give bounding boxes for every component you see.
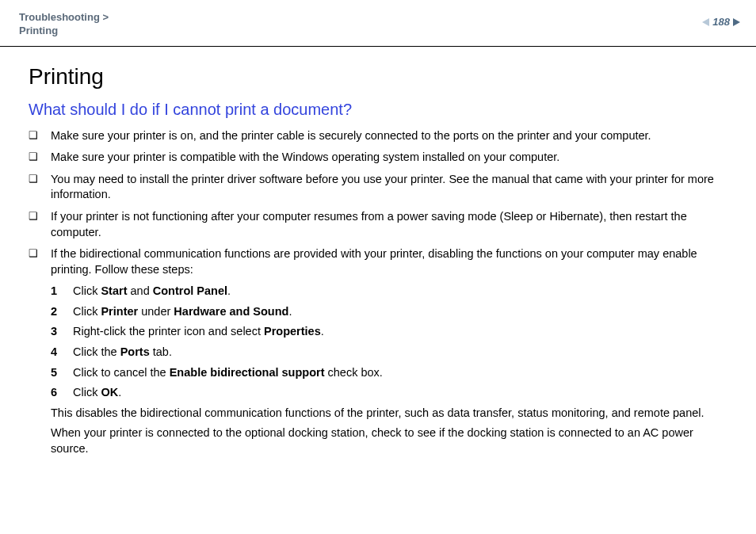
step-text: Right-click the printer icon and select … <box>73 324 324 340</box>
bullet-text: You may need to install the printer driv… <box>51 172 732 203</box>
breadcrumb-parent[interactable]: Troubleshooting > <box>19 11 109 25</box>
bullet-icon: ❑ <box>29 209 51 223</box>
content-area: Printing What should I do if I cannot pr… <box>0 47 756 457</box>
prev-page-icon[interactable] <box>702 18 709 26</box>
list-item: ❑Make sure your printer is compatible wi… <box>29 150 732 166</box>
list-item: ❑Make sure your printer is on, and the p… <box>29 128 732 144</box>
step-number: 3 <box>51 324 73 340</box>
step-number: 4 <box>51 345 73 360</box>
list-item: ❑You may need to install the printer dri… <box>29 172 732 203</box>
step-item: 3Right-click the printer icon and select… <box>51 324 732 340</box>
step-item: 6Click OK. <box>51 385 732 401</box>
paragraph: This disables the bidirectional communic… <box>51 406 732 421</box>
page-number: 188 <box>712 16 730 28</box>
step-text: Click Start and Control Panel. <box>73 284 231 299</box>
step-number: 1 <box>51 284 73 299</box>
page-header: Troubleshooting > Printing 188 <box>0 0 756 47</box>
step-number: 2 <box>51 304 73 320</box>
bullet-icon: ❑ <box>29 172 51 186</box>
step-text: Click the Ports tab. <box>73 345 172 360</box>
step-text: Click OK. <box>73 385 121 401</box>
list-item: ❑If your printer is not functioning afte… <box>29 209 732 240</box>
bullet-icon: ❑ <box>29 128 51 143</box>
paragraph: When your printer is connected to the op… <box>51 425 732 456</box>
bullet-icon: ❑ <box>29 150 51 164</box>
step-list: 1Click Start and Control Panel. 2Click P… <box>51 284 732 400</box>
bullet-text: If your printer is not functioning after… <box>51 209 732 240</box>
step-number: 5 <box>51 365 73 381</box>
next-page-icon[interactable] <box>733 18 740 26</box>
step-number: 6 <box>51 385 73 401</box>
bullet-text: Make sure your printer is on, and the pr… <box>51 128 732 144</box>
step-text: Click to cancel the Enable bidirectional… <box>73 365 383 381</box>
section-heading: What should I do if I cannot print a doc… <box>29 101 732 119</box>
breadcrumb: Troubleshooting > Printing <box>19 11 109 38</box>
bullet-list: ❑Make sure your printer is on, and the p… <box>29 128 732 278</box>
bullet-text: Make sure your printer is compatible wit… <box>51 150 732 166</box>
step-text: Click Printer under Hardware and Sound. <box>73 304 292 320</box>
page-nav: 188 <box>702 16 740 28</box>
step-item: 1Click Start and Control Panel. <box>51 284 732 299</box>
list-item: ❑If the bidirectional communication func… <box>29 246 732 277</box>
page-title: Printing <box>29 64 732 90</box>
bullet-text: If the bidirectional communication funct… <box>51 246 732 277</box>
step-item: 4Click the Ports tab. <box>51 345 732 360</box>
bullet-icon: ❑ <box>29 246 51 261</box>
breadcrumb-child: Printing <box>19 25 109 38</box>
step-item: 5Click to cancel the Enable bidirectiona… <box>51 365 732 381</box>
step-item: 2Click Printer under Hardware and Sound. <box>51 304 732 320</box>
